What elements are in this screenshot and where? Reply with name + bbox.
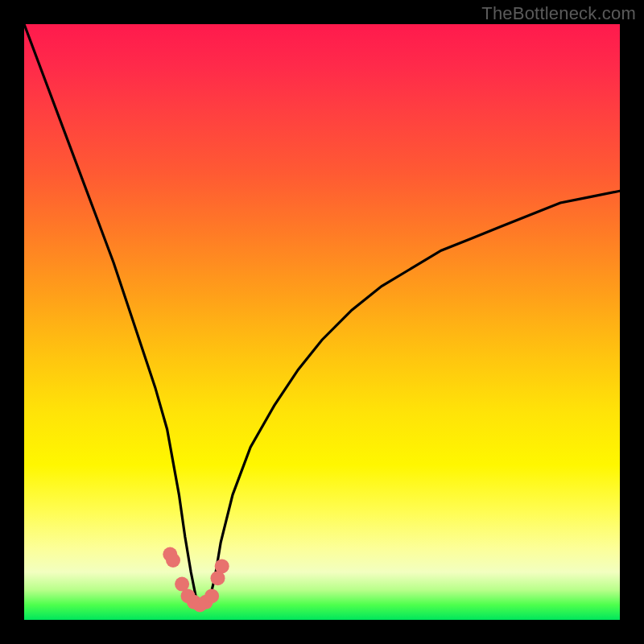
- marker-group: [163, 547, 229, 613]
- watermark-text: TheBottleneck.com: [481, 3, 636, 24]
- highlight-marker: [204, 588, 219, 603]
- chart-frame: TheBottleneck.com: [0, 0, 644, 644]
- highlight-marker: [192, 598, 207, 613]
- highlight-marker: [211, 571, 225, 585]
- highlight-marker: [181, 588, 196, 603]
- highlight-marker: [199, 595, 213, 609]
- plot-area: [24, 24, 620, 620]
- highlight-marker: [166, 553, 180, 568]
- highlight-marker: [187, 595, 201, 609]
- highlight-marker: [175, 577, 189, 592]
- highlight-marker: [163, 547, 177, 562]
- bottleneck-curve: [24, 24, 620, 620]
- highlight-marker: [215, 559, 229, 573]
- curve-path: [24, 24, 620, 608]
